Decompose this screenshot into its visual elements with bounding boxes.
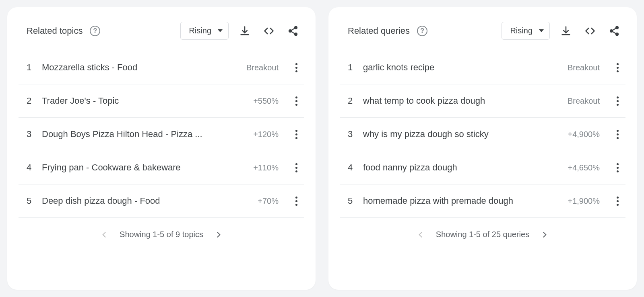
queries-list: 1 garlic knots recipe Breakout 2 what te… — [328, 51, 637, 218]
next-page-button[interactable] — [215, 231, 223, 239]
more-icon[interactable] — [613, 129, 622, 139]
rank: 3 — [348, 129, 355, 139]
prev-page-button[interactable] — [417, 231, 425, 239]
rank: 5 — [27, 196, 34, 206]
item-label[interactable]: Mozzarella sticks - Food — [42, 62, 238, 73]
card-title: Related topics — [27, 26, 83, 36]
sort-dropdown[interactable]: Rising — [502, 22, 550, 40]
embed-icon[interactable] — [261, 23, 277, 39]
list-item: 4 food nanny pizza dough +4,650% — [340, 151, 625, 184]
more-icon[interactable] — [291, 196, 301, 206]
rank: 2 — [27, 96, 34, 106]
card-title: Related queries — [348, 26, 410, 36]
more-icon[interactable] — [613, 163, 622, 172]
item-value: +110% — [253, 163, 279, 172]
item-label[interactable]: Dough Boys Pizza Hilton Head - Pizza ... — [42, 129, 245, 139]
download-icon[interactable] — [558, 23, 574, 39]
share-icon[interactable] — [606, 23, 622, 39]
item-value: +4,650% — [568, 163, 600, 172]
more-icon[interactable] — [613, 63, 622, 72]
pagination-text: Showing 1-5 of 9 topics — [120, 230, 203, 239]
list-item: 1 Mozzarella sticks - Food Breakout — [19, 51, 304, 84]
more-icon[interactable] — [291, 63, 301, 72]
item-label[interactable]: Frying pan - Cookware & bakeware — [42, 162, 245, 173]
rank: 4 — [348, 162, 355, 173]
item-label[interactable]: homemade pizza with premade dough — [363, 196, 559, 206]
chevron-down-icon — [539, 29, 544, 32]
embed-icon[interactable] — [582, 23, 598, 39]
more-icon[interactable] — [291, 96, 301, 106]
pagination: Showing 1-5 of 25 queries — [328, 218, 637, 254]
item-value: Breakout — [568, 63, 600, 72]
help-icon[interactable]: ? — [417, 26, 427, 36]
dropdown-label: Rising — [189, 26, 211, 35]
download-icon[interactable] — [237, 23, 253, 39]
pagination: Showing 1-5 of 9 topics — [7, 218, 316, 254]
pagination-text: Showing 1-5 of 25 queries — [436, 230, 529, 239]
help-icon[interactable]: ? — [90, 26, 100, 36]
item-value: Breakout — [568, 96, 600, 106]
item-label[interactable]: food nanny pizza dough — [363, 162, 559, 173]
more-icon[interactable] — [291, 129, 301, 139]
sort-dropdown[interactable]: Rising — [180, 22, 229, 40]
rank: 3 — [27, 129, 34, 139]
list-item: 4 Frying pan - Cookware & bakeware +110% — [19, 151, 304, 184]
item-label[interactable]: why is my pizza dough so sticky — [363, 129, 559, 139]
item-value: +70% — [258, 197, 279, 206]
card-header: Related queries ? Rising — [328, 15, 637, 51]
item-label[interactable]: Trader Joe's - Topic — [42, 96, 245, 106]
item-value: +1,900% — [568, 197, 600, 206]
card-header: Related topics ? Rising — [7, 15, 316, 51]
rank: 5 — [348, 196, 355, 206]
item-value: +120% — [253, 130, 279, 139]
item-value: Breakout — [246, 63, 279, 72]
rank: 2 — [348, 96, 355, 106]
topics-list: 1 Mozzarella sticks - Food Breakout 2 Tr… — [7, 51, 316, 218]
list-item: 2 what temp to cook pizza dough Breakout — [340, 84, 625, 118]
list-item: 5 homemade pizza with premade dough +1,9… — [340, 184, 625, 218]
list-item: 2 Trader Joe's - Topic +550% — [19, 84, 304, 118]
item-value: +4,900% — [568, 130, 600, 139]
related-queries-card: Related queries ? Rising 1 garlic knots … — [328, 7, 637, 290]
list-item: 1 garlic knots recipe Breakout — [340, 51, 625, 84]
item-label[interactable]: Deep dish pizza dough - Food — [42, 196, 250, 206]
rank: 1 — [27, 62, 34, 73]
item-value: +550% — [253, 96, 279, 106]
item-label[interactable]: what temp to cook pizza dough — [363, 96, 559, 106]
list-item: 5 Deep dish pizza dough - Food +70% — [19, 184, 304, 218]
prev-page-button[interactable] — [100, 231, 108, 239]
dropdown-label: Rising — [510, 26, 533, 35]
related-topics-card: Related topics ? Rising 1 Mozzarella sti… — [7, 7, 316, 290]
more-icon[interactable] — [613, 96, 622, 106]
more-icon[interactable] — [291, 163, 301, 172]
list-item: 3 Dough Boys Pizza Hilton Head - Pizza .… — [19, 118, 304, 151]
list-item: 3 why is my pizza dough so sticky +4,900… — [340, 118, 625, 151]
rank: 1 — [348, 62, 355, 73]
next-page-button[interactable] — [541, 231, 549, 239]
share-icon[interactable] — [285, 23, 301, 39]
item-label[interactable]: garlic knots recipe — [363, 62, 559, 73]
more-icon[interactable] — [613, 196, 622, 206]
rank: 4 — [27, 162, 34, 173]
chevron-down-icon — [218, 29, 223, 32]
